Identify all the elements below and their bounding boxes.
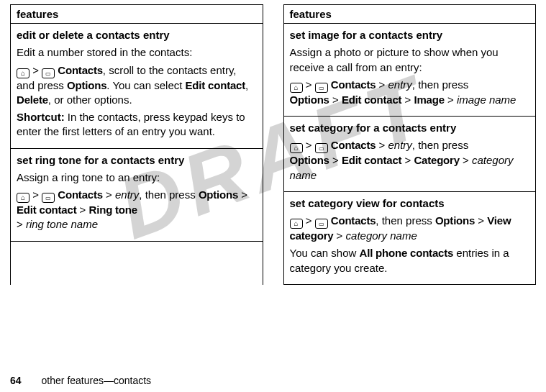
- allphone-label: All phone contacts: [360, 247, 454, 259]
- editcontact-label: Edit contact: [342, 154, 401, 166]
- cell-nav: > Contacts > entry, then press Options >…: [17, 188, 257, 232]
- delete-label: Delete: [17, 94, 48, 106]
- content-columns: features edit or delete a contacts entry…: [0, 0, 546, 285]
- right-cell-category: set category for a contacts entry > Cont…: [284, 117, 536, 192]
- entry-var: entry: [115, 188, 139, 201]
- section-label: other features—contacts: [42, 375, 152, 386]
- cell-title: set ring tone for a contacts entry: [17, 153, 257, 168]
- right-cell-category-view: set category view for contacts > Contact…: [284, 192, 536, 285]
- home-icon: [290, 143, 303, 153]
- editcontact-label: Edit contact: [186, 79, 245, 91]
- tail-pre: You can show: [290, 247, 360, 259]
- cell-title: set category view for contacts: [290, 196, 530, 211]
- home-icon: [17, 193, 29, 203]
- left-cell-edit-delete: edit or delete a contacts entry Edit a n…: [11, 24, 263, 149]
- home-icon: [290, 219, 303, 229]
- editcontact-label: Edit contact: [17, 204, 76, 216]
- then-press: , then press: [376, 214, 435, 227]
- cell-tail: You can show All phone contacts entries …: [290, 246, 530, 275]
- categoryname-var: category name: [346, 229, 417, 242]
- cell-nav: > Contacts, scroll to the contacts entry…: [17, 63, 257, 108]
- options-label: Options: [435, 214, 475, 227]
- contacts-label: Contacts: [58, 188, 103, 201]
- cell-text: Assign a ring tone to an entry:: [17, 170, 257, 185]
- contacts-label: Contacts: [331, 214, 376, 227]
- imagename-var: image name: [457, 94, 517, 106]
- shortcut-line: Shortcut: In the contacts, press keypad …: [17, 110, 257, 140]
- gt: >: [238, 188, 247, 201]
- comma: ,: [245, 79, 248, 91]
- home-icon: [17, 68, 29, 78]
- ringtone-label: Ring tone: [89, 204, 137, 216]
- cell-text: Edit a number stored in the contacts:: [17, 45, 257, 60]
- left-header: features: [11, 5, 263, 24]
- options-label: Options: [199, 188, 238, 201]
- cell-nav: > Contacts > entry, then press Options >…: [290, 138, 530, 183]
- tail3: , or other options.: [48, 94, 132, 106]
- shortcut-label: Shortcut:: [17, 111, 65, 123]
- cell-title: set image for a contacts entry: [290, 28, 530, 42]
- left-cell-ringtone: set ring tone for a contacts entry Assig…: [11, 149, 263, 242]
- page-footer: 64other features—contacts: [10, 375, 151, 386]
- contacts-icon: [42, 68, 55, 78]
- contacts-label: Contacts: [58, 64, 103, 76]
- cell-title: edit or delete a contacts entry: [17, 28, 257, 42]
- entry-var: entry: [388, 78, 411, 91]
- cell-nav: > Contacts > entry, then press Options >…: [290, 78, 530, 107]
- gt: >: [76, 204, 88, 216]
- home-icon: [290, 83, 303, 93]
- contacts-icon: [315, 83, 328, 93]
- contacts-icon: [315, 143, 328, 153]
- then-press: , then press: [412, 78, 468, 91]
- then-press: , then press: [139, 188, 199, 201]
- page-number: 64: [10, 375, 22, 386]
- then-press: , then press: [412, 139, 468, 151]
- ringtonename-var: ring tone name: [26, 218, 98, 230]
- tail2: . You can select: [106, 79, 185, 91]
- options-label: Options: [290, 154, 329, 166]
- category-label: Category: [414, 154, 459, 166]
- contacts-label: Contacts: [331, 139, 376, 151]
- right-column: features set image for a contacts entry …: [283, 4, 537, 285]
- right-header: features: [284, 5, 536, 24]
- right-cell-image: set image for a contacts entry Assign a …: [284, 24, 536, 117]
- left-column: features edit or delete a contacts entry…: [10, 4, 263, 285]
- entry-var: entry: [388, 139, 411, 151]
- cell-nav: > Contacts, then press Options > View ca…: [290, 214, 530, 243]
- gt: >: [103, 188, 115, 201]
- contacts-label: Contacts: [331, 78, 376, 91]
- editcontact-label: Edit contact: [342, 94, 401, 106]
- cell-text: Assign a photo or picture to show when y…: [290, 45, 530, 75]
- cell-title: set category for a contacts entry: [290, 121, 530, 135]
- options-label: Options: [290, 94, 329, 106]
- image-label: Image: [414, 94, 444, 106]
- options-label: Options: [67, 79, 106, 91]
- contacts-icon: [42, 193, 55, 203]
- contacts-icon: [315, 219, 328, 229]
